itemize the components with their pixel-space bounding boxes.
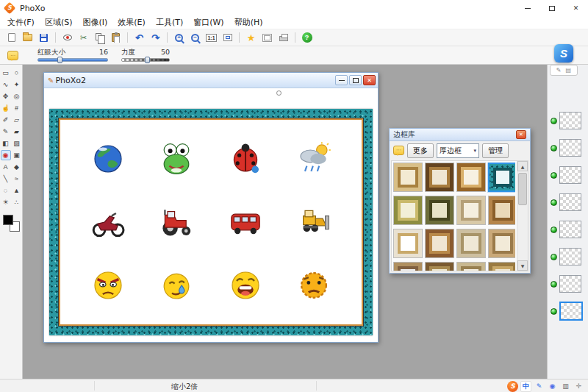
layer-thumbnail[interactable]	[559, 302, 583, 321]
border-swatch[interactable]	[393, 163, 423, 192]
layer-thumbnail[interactable]	[559, 193, 581, 211]
tool-eyedropper[interactable]: ✐	[1, 115, 11, 125]
tray-pen-icon[interactable]: ✎	[534, 381, 545, 392]
menu-tools[interactable]: 工具(T)	[151, 16, 188, 29]
clipart-bus[interactable]	[228, 204, 263, 240]
document-titlebar[interactable]: ✎ PhoXo2 ✕	[44, 73, 378, 88]
tool-hand[interactable]: ☝	[1, 103, 11, 113]
clipart-frog[interactable]	[159, 141, 194, 177]
tool-curve[interactable]: ≈	[12, 174, 22, 184]
strength-slider[interactable]	[121, 57, 170, 63]
tool-line[interactable]: ╲	[1, 174, 11, 184]
open-button[interactable]	[20, 30, 35, 45]
new-button[interactable]	[4, 30, 19, 45]
zoom-actual-button[interactable]: 1:1	[204, 30, 219, 45]
tool-spray[interactable]: ∴	[12, 197, 22, 207]
clipart-crying-face[interactable]	[159, 268, 194, 303]
save-button[interactable]	[36, 30, 51, 45]
tool-magic-wand[interactable]: ✦	[12, 79, 22, 90]
tool-ellipse-select[interactable]: ○	[12, 68, 22, 78]
tool-pencil[interactable]: ✎	[1, 126, 11, 137]
border-swatch[interactable]	[425, 163, 454, 192]
cut-button[interactable]: ✂	[76, 30, 91, 45]
doc-close-button[interactable]: ✕	[363, 75, 376, 85]
layer-visibility-toggle[interactable]	[551, 281, 557, 288]
border-swatch[interactable]	[488, 229, 515, 258]
print-button[interactable]	[276, 30, 291, 45]
layer-visibility-toggle[interactable]	[551, 145, 557, 152]
layer-thumbnail[interactable]	[559, 166, 581, 184]
clipart-angry-face[interactable]	[90, 268, 126, 303]
border-swatch[interactable]	[393, 196, 423, 225]
doc-minimize-button[interactable]	[335, 75, 348, 85]
tool-lasso[interactable]: ∿	[1, 79, 11, 90]
minimize-button[interactable]	[515, 0, 539, 16]
tool-zoom[interactable]: ◎	[12, 91, 22, 101]
menu-window[interactable]: 窗口(W)	[188, 16, 229, 29]
close-button[interactable]: ✕	[564, 0, 588, 16]
menu-effects[interactable]: 效果(E)	[112, 16, 151, 29]
clipart-storm-cloud[interactable]	[296, 141, 331, 177]
layer-thumbnail[interactable]	[559, 112, 581, 129]
layer-thumbnail[interactable]	[559, 139, 581, 157]
tool-sharpen[interactable]: ▲	[12, 185, 22, 196]
border-swatch[interactable]	[456, 262, 486, 271]
border-swatch[interactable]	[393, 229, 423, 258]
zoom-out-button[interactable]: −	[187, 30, 203, 45]
more-button[interactable]: 更多	[407, 143, 434, 158]
tool-red-eye[interactable]: ◉	[1, 150, 11, 160]
paste-button[interactable]	[108, 30, 123, 45]
clipart-tractor[interactable]	[159, 204, 194, 240]
tool-clone-stamp[interactable]: ▣	[12, 150, 22, 160]
effects-button[interactable]: ★	[243, 30, 259, 45]
selection-handle[interactable]	[276, 90, 282, 96]
border-swatch[interactable]	[456, 196, 486, 225]
scroll-up-button[interactable]: ▲	[517, 161, 528, 171]
hint-bubble-icon[interactable]: ⋯	[393, 146, 404, 155]
hint-bubble-icon[interactable]: ⋯	[7, 51, 18, 60]
redeye-button[interactable]	[60, 30, 75, 45]
clipart-earth[interactable]	[90, 141, 126, 177]
tool-crop[interactable]: #	[12, 103, 22, 113]
border-swatch[interactable]	[456, 229, 486, 258]
slider-knob[interactable]	[145, 57, 150, 63]
layer-visibility-toggle[interactable]	[551, 199, 557, 206]
layer-thumbnail[interactable]	[559, 221, 581, 238]
undo-button[interactable]: ↶	[132, 30, 147, 45]
tool-gradient[interactable]: ▨	[12, 138, 22, 149]
redo-button[interactable]: ↷	[148, 30, 163, 45]
tool-lighten[interactable]: ☀	[1, 197, 11, 207]
slider-knob[interactable]	[57, 57, 62, 63]
menu-help[interactable]: 帮助(H)	[229, 16, 268, 29]
layer-thumbnail[interactable]	[559, 248, 581, 266]
maximize-button[interactable]	[539, 0, 564, 16]
pencil-icon[interactable]: ✎	[556, 68, 562, 74]
layer-visibility-toggle[interactable]	[551, 254, 557, 260]
doc-maximize-button[interactable]	[349, 75, 362, 85]
tool-shapes[interactable]: ◆	[12, 162, 22, 172]
border-swatch[interactable]	[456, 163, 486, 192]
tray-mic-icon[interactable]: ◉	[547, 381, 558, 392]
copy-button[interactable]	[92, 30, 107, 45]
zoom-fit-button[interactable]	[220, 30, 235, 45]
manage-button[interactable]: 管理	[482, 143, 509, 158]
tray-keyboard-icon[interactable]: ▥	[560, 381, 571, 392]
border-swatch[interactable]	[425, 262, 454, 271]
menu-region[interactable]: 区域(S)	[40, 16, 78, 29]
scrollbar-thumb[interactable]	[518, 173, 527, 205]
clipart-ladybug[interactable]	[228, 141, 263, 177]
menu-file[interactable]: 文件(F)	[2, 16, 40, 29]
clipart-sulking-face[interactable]	[296, 268, 331, 303]
layer-visibility-toggle[interactable]	[551, 227, 557, 233]
layer-visibility-toggle[interactable]	[551, 308, 557, 315]
foreground-color-swatch[interactable]	[3, 215, 13, 225]
tool-blur[interactable]: ◌	[1, 185, 11, 196]
layer-thumbnail[interactable]	[559, 275, 581, 293]
tool-brush[interactable]: ▰	[12, 126, 22, 137]
image-border-frame[interactable]	[49, 109, 373, 335]
image-canvas[interactable]	[59, 118, 363, 326]
clipart-motorcycle[interactable]	[90, 204, 126, 240]
help-button[interactable]: ?	[299, 30, 315, 45]
border-swatch[interactable]	[425, 229, 454, 258]
assistant-logo-icon[interactable]: S	[554, 44, 573, 63]
